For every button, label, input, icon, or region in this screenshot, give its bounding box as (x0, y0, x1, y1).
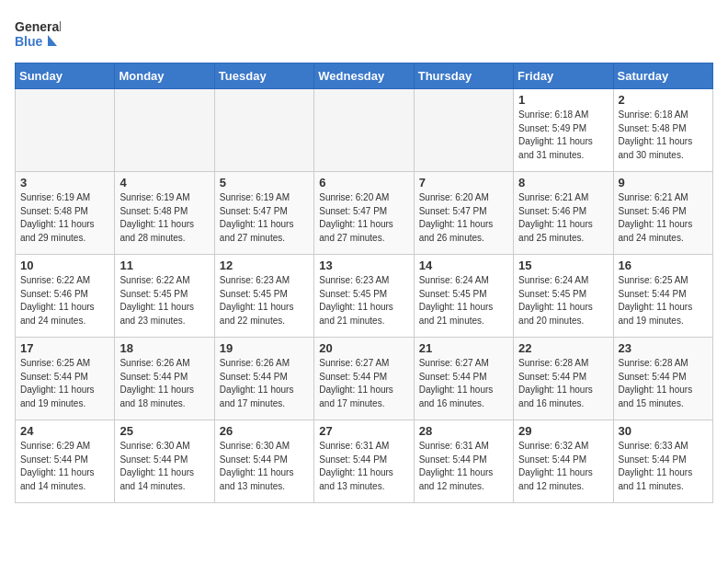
weekday-header: Monday (115, 63, 214, 89)
calendar-day-cell: 1Sunrise: 6:18 AMSunset: 5:49 PMDaylight… (514, 89, 613, 172)
day-info: Sunrise: 6:27 AMSunset: 5:44 PMDaylight:… (319, 357, 408, 410)
calendar-day-cell: 21Sunrise: 6:27 AMSunset: 5:44 PMDayligh… (414, 338, 513, 420)
weekday-header: Saturday (613, 63, 712, 89)
day-number: 22 (518, 341, 608, 355)
calendar-day-cell: 7Sunrise: 6:20 AMSunset: 5:47 PMDaylight… (414, 172, 513, 255)
calendar-day-cell: 4Sunrise: 6:19 AMSunset: 5:48 PMDaylight… (115, 172, 214, 255)
svg-text:General: General (15, 19, 61, 34)
page-header: GeneralBlue (15, 15, 713, 55)
calendar-week-row: 24Sunrise: 6:29 AMSunset: 5:44 PMDayligh… (16, 420, 713, 503)
day-info: Sunrise: 6:31 AMSunset: 5:44 PMDaylight:… (419, 440, 508, 493)
day-number: 15 (518, 259, 608, 272)
calendar-day-cell (115, 89, 214, 172)
calendar-day-cell: 3Sunrise: 6:19 AMSunset: 5:48 PMDaylight… (16, 172, 115, 255)
day-number: 9 (619, 176, 708, 190)
day-info: Sunrise: 6:28 AMSunset: 5:44 PMDaylight:… (518, 357, 608, 410)
calendar-day-cell: 17Sunrise: 6:25 AMSunset: 5:44 PMDayligh… (16, 338, 115, 420)
day-number: 23 (619, 341, 708, 355)
day-number: 19 (220, 341, 309, 355)
day-number: 17 (20, 341, 109, 355)
svg-marker-2 (48, 35, 57, 46)
day-info: Sunrise: 6:18 AMSunset: 5:49 PMDaylight:… (518, 109, 608, 162)
calendar-day-cell (16, 89, 115, 172)
day-number: 25 (119, 424, 209, 438)
calendar-day-cell: 29Sunrise: 6:32 AMSunset: 5:44 PMDayligh… (514, 420, 613, 503)
calendar-day-cell: 18Sunrise: 6:26 AMSunset: 5:44 PMDayligh… (115, 338, 214, 420)
calendar-day-cell: 9Sunrise: 6:21 AMSunset: 5:46 PMDaylight… (613, 172, 712, 255)
calendar-week-row: 10Sunrise: 6:22 AMSunset: 5:46 PMDayligh… (16, 255, 713, 338)
day-number: 3 (20, 176, 109, 190)
day-info: Sunrise: 6:30 AMSunset: 5:44 PMDaylight:… (119, 440, 209, 493)
day-info: Sunrise: 6:20 AMSunset: 5:47 PMDaylight:… (419, 191, 508, 245)
day-number: 11 (119, 259, 209, 272)
day-info: Sunrise: 6:25 AMSunset: 5:44 PMDaylight:… (619, 274, 708, 327)
day-number: 12 (220, 259, 309, 272)
day-info: Sunrise: 6:21 AMSunset: 5:46 PMDaylight:… (619, 191, 708, 245)
day-number: 24 (20, 424, 109, 438)
calendar-day-cell: 25Sunrise: 6:30 AMSunset: 5:44 PMDayligh… (115, 420, 214, 503)
day-number: 2 (619, 93, 708, 107)
calendar-day-cell: 10Sunrise: 6:22 AMSunset: 5:46 PMDayligh… (16, 255, 115, 338)
svg-text:Blue: Blue (15, 34, 43, 49)
calendar-day-cell: 12Sunrise: 6:23 AMSunset: 5:45 PMDayligh… (214, 255, 313, 338)
day-info: Sunrise: 6:27 AMSunset: 5:44 PMDaylight:… (419, 357, 508, 410)
day-info: Sunrise: 6:19 AMSunset: 5:48 PMDaylight:… (119, 191, 209, 245)
day-number: 6 (319, 176, 408, 190)
day-info: Sunrise: 6:23 AMSunset: 5:45 PMDaylight:… (220, 274, 309, 327)
day-number: 7 (419, 176, 508, 190)
day-number: 30 (619, 424, 708, 438)
day-info: Sunrise: 6:28 AMSunset: 5:44 PMDaylight:… (619, 357, 708, 410)
day-number: 26 (220, 424, 309, 438)
day-number: 14 (419, 259, 508, 272)
day-info: Sunrise: 6:24 AMSunset: 5:45 PMDaylight:… (419, 274, 508, 327)
weekday-header: Tuesday (214, 63, 313, 89)
day-info: Sunrise: 6:23 AMSunset: 5:45 PMDaylight:… (319, 274, 408, 327)
calendar-day-cell: 15Sunrise: 6:24 AMSunset: 5:45 PMDayligh… (514, 255, 613, 338)
calendar-table: SundayMondayTuesdayWednesdayThursdayFrid… (15, 63, 713, 503)
calendar-day-cell: 20Sunrise: 6:27 AMSunset: 5:44 PMDayligh… (314, 338, 414, 420)
day-number: 18 (119, 341, 209, 355)
day-info: Sunrise: 6:20 AMSunset: 5:47 PMDaylight:… (319, 191, 408, 245)
weekday-header: Friday (514, 63, 613, 89)
calendar-day-cell: 30Sunrise: 6:33 AMSunset: 5:44 PMDayligh… (613, 420, 712, 503)
calendar-day-cell: 16Sunrise: 6:25 AMSunset: 5:44 PMDayligh… (613, 255, 712, 338)
day-info: Sunrise: 6:30 AMSunset: 5:44 PMDaylight:… (220, 440, 309, 493)
day-info: Sunrise: 6:21 AMSunset: 5:46 PMDaylight:… (518, 191, 608, 245)
calendar-day-cell: 23Sunrise: 6:28 AMSunset: 5:44 PMDayligh… (613, 338, 712, 420)
day-info: Sunrise: 6:25 AMSunset: 5:44 PMDaylight:… (20, 357, 109, 410)
day-number: 1 (518, 93, 608, 107)
day-info: Sunrise: 6:33 AMSunset: 5:44 PMDaylight:… (619, 440, 708, 493)
weekday-header-row: SundayMondayTuesdayWednesdayThursdayFrid… (16, 63, 713, 89)
day-info: Sunrise: 6:32 AMSunset: 5:44 PMDaylight:… (518, 440, 608, 493)
day-info: Sunrise: 6:19 AMSunset: 5:47 PMDaylight:… (220, 191, 309, 245)
calendar-day-cell: 6Sunrise: 6:20 AMSunset: 5:47 PMDaylight… (314, 172, 414, 255)
calendar-week-row: 3Sunrise: 6:19 AMSunset: 5:48 PMDaylight… (16, 172, 713, 255)
calendar-day-cell: 13Sunrise: 6:23 AMSunset: 5:45 PMDayligh… (314, 255, 414, 338)
calendar-day-cell: 28Sunrise: 6:31 AMSunset: 5:44 PMDayligh… (414, 420, 513, 503)
weekday-header: Sunday (16, 63, 115, 89)
day-info: Sunrise: 6:26 AMSunset: 5:44 PMDaylight:… (119, 357, 209, 410)
day-number: 29 (518, 424, 608, 438)
calendar-day-cell: 22Sunrise: 6:28 AMSunset: 5:44 PMDayligh… (514, 338, 613, 420)
calendar-day-cell: 26Sunrise: 6:30 AMSunset: 5:44 PMDayligh… (214, 420, 313, 503)
calendar-day-cell: 19Sunrise: 6:26 AMSunset: 5:44 PMDayligh… (214, 338, 313, 420)
day-info: Sunrise: 6:18 AMSunset: 5:48 PMDaylight:… (619, 109, 708, 162)
day-number: 13 (319, 259, 408, 272)
day-number: 4 (119, 176, 209, 190)
calendar-day-cell (414, 89, 513, 172)
calendar-week-row: 1Sunrise: 6:18 AMSunset: 5:49 PMDaylight… (16, 89, 713, 172)
calendar-week-row: 17Sunrise: 6:25 AMSunset: 5:44 PMDayligh… (16, 338, 713, 420)
calendar-day-cell: 24Sunrise: 6:29 AMSunset: 5:44 PMDayligh… (16, 420, 115, 503)
calendar-day-cell (214, 89, 313, 172)
day-info: Sunrise: 6:22 AMSunset: 5:45 PMDaylight:… (119, 274, 209, 327)
calendar-day-cell (314, 89, 414, 172)
calendar-day-cell: 8Sunrise: 6:21 AMSunset: 5:46 PMDaylight… (514, 172, 613, 255)
calendar-day-cell: 14Sunrise: 6:24 AMSunset: 5:45 PMDayligh… (414, 255, 513, 338)
day-info: Sunrise: 6:19 AMSunset: 5:48 PMDaylight:… (20, 191, 109, 245)
weekday-header: Thursday (414, 63, 513, 89)
calendar-day-cell: 27Sunrise: 6:31 AMSunset: 5:44 PMDayligh… (314, 420, 414, 503)
day-info: Sunrise: 6:26 AMSunset: 5:44 PMDaylight:… (220, 357, 309, 410)
day-number: 5 (220, 176, 309, 190)
day-number: 20 (319, 341, 408, 355)
day-info: Sunrise: 6:29 AMSunset: 5:44 PMDaylight:… (20, 440, 109, 493)
